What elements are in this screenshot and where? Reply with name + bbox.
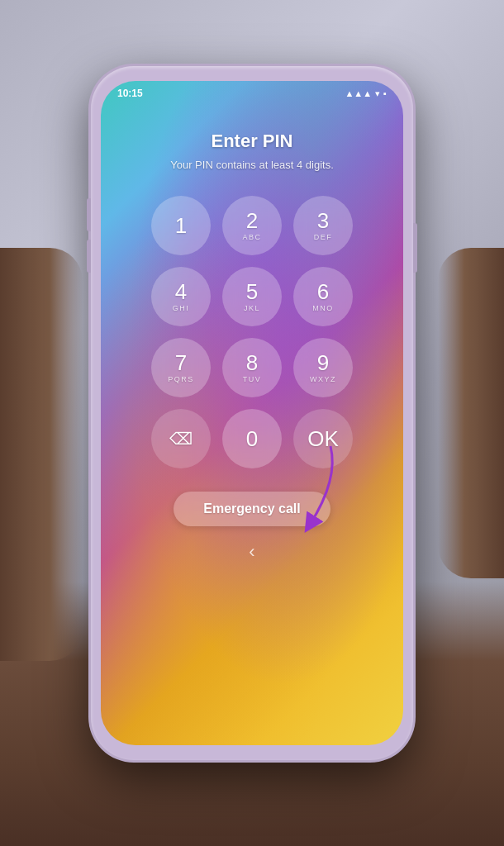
pin-title: Enter PIN bbox=[211, 131, 292, 152]
key-8-letters: TUV bbox=[243, 375, 262, 383]
key-0[interactable]: 0 bbox=[222, 409, 282, 468]
status-time: 10:15 bbox=[117, 88, 143, 99]
status-icons: ▲▲▲ ▾ ▪ bbox=[345, 88, 387, 99]
status-bar: 10:15 ▲▲▲ ▾ ▪ bbox=[101, 81, 403, 106]
key-6-num: 6 bbox=[317, 281, 329, 302]
key-5[interactable]: 5 JKL bbox=[222, 267, 282, 326]
key-3-letters: DEF bbox=[314, 233, 333, 241]
key-9[interactable]: 9 WXYZ bbox=[293, 338, 353, 397]
key-7[interactable]: 7 PQRS bbox=[151, 338, 211, 397]
hand-right bbox=[438, 248, 504, 578]
pin-subtitle: Your PIN contains at least 4 digits. bbox=[170, 159, 334, 171]
key-9-letters: WXYZ bbox=[310, 375, 336, 383]
phone-body: 10:15 ▲▲▲ ▾ ▪ Enter PIN Your PIN contain… bbox=[91, 66, 413, 760]
signal-icon: ▲▲▲ bbox=[345, 88, 372, 98]
key-4-letters: GHI bbox=[173, 304, 190, 312]
keypad: 1 2 ABC 3 DEF 4 GHI bbox=[151, 196, 353, 468]
key-3[interactable]: 3 DEF bbox=[293, 196, 353, 255]
key-3-num: 3 bbox=[317, 210, 329, 231]
key-1-num: 1 bbox=[175, 215, 187, 236]
wifi-icon: ▾ bbox=[375, 88, 380, 99]
hand-left bbox=[0, 248, 83, 661]
key-2-letters: ABC bbox=[242, 233, 261, 241]
back-arrow[interactable]: ‹ bbox=[249, 541, 254, 563]
key-6-letters: MNO bbox=[312, 304, 334, 312]
key-2[interactable]: 2 ABC bbox=[222, 196, 282, 255]
backspace-icon: ⌫ bbox=[169, 429, 193, 449]
vol-up-button[interactable] bbox=[87, 198, 91, 231]
key-4[interactable]: 4 GHI bbox=[151, 267, 211, 326]
emergency-call-button[interactable]: Emergency call bbox=[174, 492, 330, 526]
key-7-letters: PQRS bbox=[168, 375, 194, 383]
key-1[interactable]: 1 bbox=[151, 196, 211, 255]
key-ok-label: OK bbox=[307, 428, 339, 449]
phone-screen: 10:15 ▲▲▲ ▾ ▪ Enter PIN Your PIN contain… bbox=[101, 81, 403, 745]
key-0-num: 0 bbox=[246, 428, 258, 449]
key-5-num: 5 bbox=[246, 281, 258, 302]
key-8[interactable]: 8 TUV bbox=[222, 338, 282, 397]
key-ok[interactable]: OK bbox=[293, 409, 353, 468]
key-backspace[interactable]: ⌫ bbox=[151, 409, 211, 468]
key-2-num: 2 bbox=[246, 210, 258, 231]
key-6[interactable]: 6 MNO bbox=[293, 267, 353, 326]
battery-icon: ▪ bbox=[383, 88, 387, 98]
power-button[interactable] bbox=[413, 223, 417, 273]
vol-down-button[interactable] bbox=[87, 240, 91, 273]
scene: 10:15 ▲▲▲ ▾ ▪ Enter PIN Your PIN contain… bbox=[0, 0, 504, 846]
key-9-num: 9 bbox=[317, 352, 329, 373]
key-8-num: 8 bbox=[246, 352, 258, 373]
pin-content: Enter PIN Your PIN contains at least 4 d… bbox=[101, 81, 403, 745]
key-7-num: 7 bbox=[175, 352, 187, 373]
key-5-letters: JKL bbox=[244, 304, 260, 312]
key-4-num: 4 bbox=[175, 281, 187, 302]
